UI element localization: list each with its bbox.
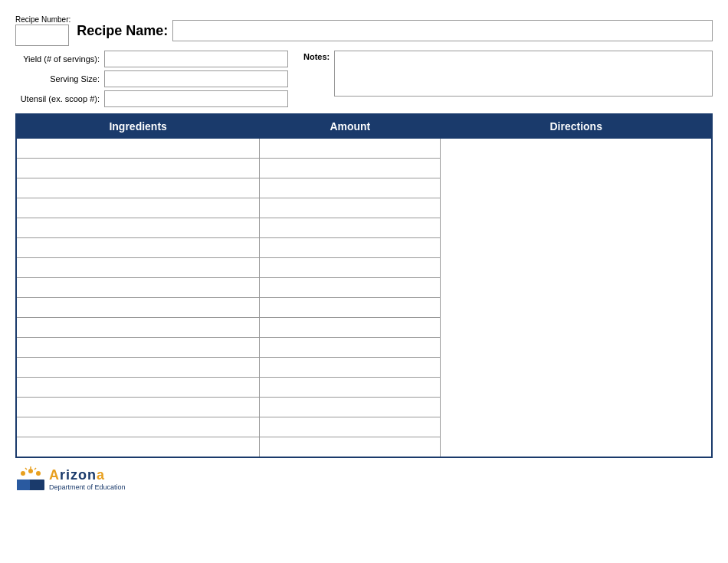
amount-input[interactable]: [260, 278, 440, 297]
ingredient-input[interactable]: [17, 378, 259, 397]
svg-rect-1: [17, 480, 30, 490]
amount-input[interactable]: [260, 218, 440, 237]
ingredients-table: Ingredients Amount Directions: [15, 113, 713, 458]
recipe-number-input[interactable]: [15, 25, 69, 46]
amount-input[interactable]: [260, 417, 440, 437]
amount-input[interactable]: [260, 437, 440, 457]
amount-input[interactable]: [260, 298, 440, 317]
header-section: Recipe Number: Recipe Name: Yield (# of …: [15, 15, 713, 107]
fields-row: Yield (# of servings): Serving Size: Ute…: [15, 51, 713, 107]
ingredient-input[interactable]: [17, 178, 259, 198]
amount-input[interactable]: [260, 139, 440, 158]
top-row: Recipe Number: Recipe Name:: [15, 15, 713, 46]
ingredient-input[interactable]: [17, 159, 259, 178]
recipe-name-label: Recipe Name:: [77, 23, 168, 39]
amount-input[interactable]: [260, 159, 440, 178]
ingredient-input[interactable]: [17, 437, 259, 457]
footer: Arizona Department of Education: [15, 466, 713, 493]
serving-size-group: Serving Size:: [15, 70, 288, 87]
amount-input[interactable]: [260, 398, 440, 417]
yield-label: Yield (# of servings):: [15, 54, 100, 64]
notes-group: Notes:: [303, 51, 713, 97]
ingredient-input[interactable]: [17, 398, 259, 417]
ingredient-input[interactable]: [17, 198, 259, 218]
amount-input[interactable]: [260, 238, 440, 257]
logo-dept: Department of Education: [49, 483, 126, 491]
amount-input[interactable]: [260, 378, 440, 397]
yield-input[interactable]: [104, 51, 288, 67]
logo-text: Arizona Department of Education: [49, 467, 126, 491]
serving-size-input[interactable]: [104, 70, 288, 87]
logo-arizona: Arizona: [49, 467, 126, 483]
utensil-input[interactable]: [104, 90, 288, 107]
utensil-group: Utensil (ex. scoop #):: [15, 90, 288, 107]
table-row: [16, 139, 712, 159]
table-header: Ingredients Amount Directions: [16, 114, 712, 139]
svg-point-3: [28, 469, 33, 473]
amount-input[interactable]: [260, 338, 440, 357]
header-row: Ingredients Amount Directions: [16, 114, 712, 139]
notes-label: Notes:: [303, 51, 330, 61]
amount-input[interactable]: [260, 178, 440, 198]
ingredient-input[interactable]: [17, 218, 259, 237]
directions-textarea[interactable]: [441, 139, 711, 457]
ingredient-input[interactable]: [17, 139, 259, 158]
table-body: [16, 139, 712, 457]
yield-group: Yield (# of servings):: [15, 51, 288, 67]
notes-textarea[interactable]: [334, 51, 713, 97]
amount-input[interactable]: [260, 258, 440, 277]
ingredient-input[interactable]: [17, 318, 259, 337]
ingredient-input[interactable]: [17, 338, 259, 357]
svg-line-7: [34, 468, 36, 470]
col-amount-header: Amount: [260, 114, 441, 139]
left-fields: Yield (# of servings): Serving Size: Ute…: [15, 51, 288, 107]
serving-size-label: Serving Size:: [15, 74, 100, 83]
amount-input[interactable]: [260, 198, 440, 218]
svg-point-4: [36, 471, 41, 476]
recipe-name-input[interactable]: [172, 20, 713, 41]
az-logo: Arizona Department of Education: [15, 466, 126, 493]
amount-input[interactable]: [260, 318, 440, 337]
utensil-label: Utensil (ex. scoop #):: [15, 94, 100, 103]
svg-line-6: [25, 468, 27, 470]
ingredient-input[interactable]: [17, 258, 259, 277]
amount-input[interactable]: [260, 358, 440, 377]
ingredient-input[interactable]: [17, 278, 259, 297]
recipe-name-group: Recipe Name:: [77, 20, 713, 41]
col-ingredients-header: Ingredients: [16, 114, 260, 139]
recipe-number-group: Recipe Number:: [15, 15, 71, 46]
ingredient-input[interactable]: [17, 417, 259, 437]
ingredient-input[interactable]: [17, 298, 259, 317]
ingredient-input[interactable]: [17, 238, 259, 257]
ingredient-input[interactable]: [17, 358, 259, 377]
recipe-number-label: Recipe Number:: [15, 15, 71, 25]
col-directions-header: Directions: [441, 114, 712, 139]
az-logo-icon: [15, 466, 46, 493]
svg-point-2: [21, 471, 25, 476]
page-container: Recipe Number: Recipe Name: Yield (# of …: [15, 15, 713, 493]
